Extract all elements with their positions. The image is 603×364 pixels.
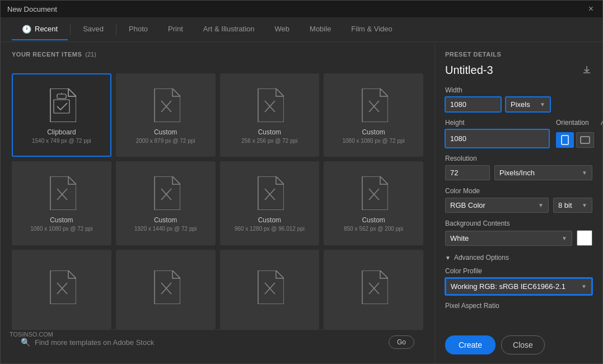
items-grid: Clipboard 1540 x 749 px @ 72 ppi Custom	[12, 73, 423, 329]
tab-recent[interactable]: 🕐 Recent	[12, 19, 68, 40]
height-label: Height	[445, 119, 549, 127]
list-item[interactable]: Custom 850 x 562 px @ 200 ppi	[324, 161, 423, 245]
search-bar: 🔍 Go	[12, 329, 423, 354]
left-panel: YOUR RECENT ITEMS (21)	[1, 42, 434, 363]
list-item[interactable]: Custom 1080 x 1080 px @ 72 ppi	[12, 161, 111, 245]
artboards-label: Artboards	[601, 119, 602, 127]
orientation-buttons	[556, 132, 594, 148]
document-icon	[151, 88, 180, 124]
create-button[interactable]: Create	[445, 335, 496, 354]
document-icon	[255, 88, 284, 124]
item-size: 256 x 256 px @ 72 ppi	[241, 138, 297, 144]
color-profile-dropdown[interactable]: Working RGB: sRGB IEC61966-2.1 ▼	[445, 278, 592, 295]
chevron-down-icon: ▼	[562, 235, 567, 241]
list-item[interactable]	[324, 250, 423, 329]
section-title: YOUR RECENT ITEMS	[12, 51, 82, 58]
save-preset-button[interactable]	[581, 63, 592, 77]
action-buttons: Create Close	[445, 330, 592, 354]
chevron-down-icon: ▼	[581, 283, 587, 290]
search-input[interactable]	[35, 338, 383, 347]
list-item[interactable]	[12, 250, 111, 329]
search-icon: 🔍	[21, 338, 30, 347]
chevron-down-icon: ▼	[582, 170, 587, 176]
document-icon	[47, 88, 76, 124]
right-panel: PRESET DETAILS Untitled-3 Width Pixels ▼	[434, 42, 602, 363]
list-item[interactable]	[116, 250, 216, 329]
color-mode-label: Color Mode	[445, 187, 592, 195]
item-size: 1080 x 1080 px @ 72 ppi	[342, 138, 404, 144]
bit-depth-dropdown[interactable]: 8 bit ▼	[553, 198, 592, 213]
document-icon	[255, 176, 284, 212]
list-item[interactable]: Custom 960 x 1280 px @ 96.012 ppi	[220, 161, 320, 245]
item-name: Clipboard	[47, 128, 76, 136]
window-title: New Document	[7, 5, 57, 13]
chevron-down-icon: ▼	[538, 202, 544, 208]
landscape-button[interactable]	[576, 132, 594, 148]
item-size: 1540 x 749 px @ 72 ppi	[32, 138, 91, 144]
item-name: Custom	[362, 216, 385, 224]
list-item[interactable]: Custom 1920 x 1440 px @ 72 ppi	[116, 161, 216, 245]
item-name: Custom	[362, 128, 385, 136]
svg-rect-1	[57, 94, 66, 99]
list-item[interactable]: Custom 2000 x 879 px @ 72 ppi	[116, 73, 216, 157]
item-count: (21)	[85, 51, 96, 58]
bg-contents-value: White	[450, 234, 559, 242]
document-icon	[359, 176, 388, 212]
resolution-unit-dropdown[interactable]: Pixels/Inch ▼	[494, 165, 592, 180]
color-mode-row: RGB Color ▼ 8 bit ▼	[445, 198, 592, 213]
chevron-down-icon: ▼	[582, 202, 587, 208]
chevron-down-icon: ▼	[445, 255, 451, 261]
document-icon	[255, 270, 284, 306]
unit-dropdown[interactable]: Pixels ▼	[506, 97, 550, 112]
color-profile-label: Color Profile	[445, 267, 592, 275]
tab-film[interactable]: Film & Video	[341, 19, 402, 40]
tab-web[interactable]: Web	[265, 19, 300, 40]
color-mode-value: RGB Color	[450, 201, 536, 209]
document-icon	[47, 270, 76, 306]
tab-saved[interactable]: Saved	[73, 19, 114, 40]
chevron-down-icon: ▼	[540, 101, 545, 108]
width-row: Pixels ▼	[445, 97, 592, 112]
tab-mobile[interactable]: Mobile	[300, 19, 341, 40]
document-icon	[359, 88, 388, 124]
resolution-input[interactable]	[445, 165, 490, 180]
item-name: Custom	[154, 216, 177, 224]
document-icon	[151, 176, 180, 212]
width-input[interactable]	[445, 97, 501, 112]
list-item[interactable]: Custom 1080 x 1080 px @ 72 ppi	[324, 73, 423, 157]
search-wrapper: 🔍	[21, 338, 383, 347]
tab-photo[interactable]: Photo	[119, 19, 158, 40]
bg-contents-dropdown[interactable]: White ▼	[445, 231, 572, 246]
pixel-aspect-label: Pixel Aspect Ratio	[445, 302, 592, 310]
item-size: 850 x 562 px @ 200 ppi	[344, 226, 403, 232]
unit-label: Pixels	[511, 100, 537, 109]
svg-rect-25	[562, 136, 568, 144]
width-label: Width	[445, 86, 592, 94]
window-close-button[interactable]: ×	[586, 3, 596, 15]
bg-color-swatch[interactable]	[577, 230, 592, 246]
tab-art[interactable]: Art & Illustration	[193, 19, 265, 40]
bg-contents-label: Background Contents	[445, 220, 592, 227]
color-mode-dropdown[interactable]: RGB Color ▼	[445, 198, 549, 213]
tab-separator	[70, 24, 71, 35]
main-content: YOUR RECENT ITEMS (21)	[1, 42, 602, 363]
list-item[interactable]	[220, 250, 320, 329]
orientation-label: Orientation	[556, 119, 594, 127]
portrait-button[interactable]	[556, 132, 574, 148]
list-item[interactable]: Custom 256 x 256 px @ 72 ppi	[220, 73, 320, 157]
resolution-label: Resolution	[445, 155, 592, 162]
color-profile-value: Working RGB: sRGB IEC61966-2.1	[451, 282, 579, 291]
svg-rect-26	[581, 137, 590, 143]
list-item[interactable]: Clipboard 1540 x 749 px @ 72 ppi	[12, 73, 111, 157]
close-button[interactable]: Close	[501, 335, 545, 354]
item-name: Custom	[154, 128, 177, 136]
tabs-bar: 🕐 Recent Saved Photo Print Art & Illustr…	[1, 17, 602, 42]
tab-separator-2	[116, 24, 116, 35]
item-size: 1080 x 1080 px @ 72 ppi	[30, 226, 92, 232]
preset-title-row: Untitled-3	[445, 63, 592, 77]
tab-print[interactable]: Print	[158, 19, 193, 40]
height-input[interactable]	[445, 129, 549, 148]
preset-label: PRESET DETAILS	[445, 51, 592, 58]
advanced-options-toggle[interactable]: ▼ Advanced Options	[445, 254, 592, 262]
go-button[interactable]: Go	[389, 335, 414, 349]
